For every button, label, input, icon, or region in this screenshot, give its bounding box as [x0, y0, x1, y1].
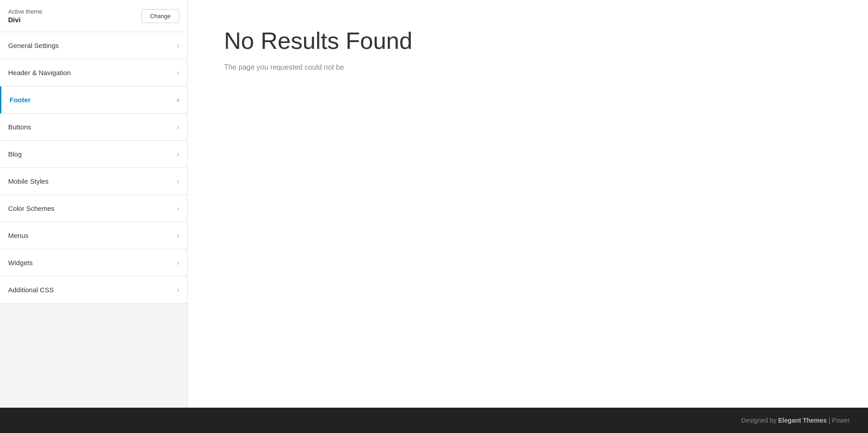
settings-nav: General Settings›Header & Navigation›Foo…	[0, 32, 187, 408]
footer-suffix: | Power	[827, 417, 850, 424]
footer-text: Designed by Elegant Themes | Power	[741, 417, 850, 424]
chevron-right-icon: ›	[177, 42, 179, 50]
site-footer: Designed by Elegant Themes | Power	[0, 408, 868, 433]
sidebar-item-label: Widgets	[8, 259, 33, 266]
sidebar-item-widgets[interactable]: Widgets›	[0, 249, 187, 276]
sidebar-item-additional-css[interactable]: Additional CSS›	[0, 276, 187, 304]
sidebar-item-label: Footer	[10, 96, 31, 104]
sidebar-item-footer[interactable]: Footer›	[0, 86, 187, 114]
sidebar-item-color-schemes[interactable]: Color Schemes›	[0, 195, 187, 222]
no-results-subtitle: The page you requested could not be	[224, 63, 832, 71]
sidebar-item-header-navigation[interactable]: Header & Navigation›	[0, 59, 187, 86]
chevron-right-icon: ›	[177, 96, 179, 104]
chevron-right-icon: ›	[177, 123, 179, 131]
sidebar-item-blog[interactable]: Blog›	[0, 141, 187, 168]
chevron-right-icon: ›	[177, 69, 179, 77]
sidebar-item-label: Buttons	[8, 123, 31, 131]
sidebar-item-label: Additional CSS	[8, 286, 54, 294]
active-theme-header: Active theme Divi Change	[0, 0, 187, 32]
change-theme-button[interactable]: Change	[141, 9, 179, 23]
sidebar-item-mobile-styles[interactable]: Mobile Styles›	[0, 168, 187, 195]
sidebar-item-label: General Settings	[8, 42, 59, 49]
chevron-right-icon: ›	[177, 286, 179, 294]
sidebar-item-general-settings[interactable]: General Settings›	[0, 32, 187, 59]
sidebar-item-label: Menus	[8, 232, 29, 239]
footer-brand: Elegant Themes	[778, 417, 827, 424]
footer-designed-by: Designed by	[741, 417, 778, 424]
main-content: No Results Found The page you requested …	[188, 0, 868, 408]
chevron-right-icon: ›	[177, 259, 179, 267]
sidebar-item-label: Header & Navigation	[8, 69, 71, 76]
sidebar: Active theme Divi Change General Setting…	[0, 0, 188, 408]
sidebar-item-label: Mobile Styles	[8, 177, 48, 185]
chevron-right-icon: ›	[177, 177, 179, 186]
active-theme-label: Active theme	[8, 8, 42, 15]
chevron-right-icon: ›	[177, 150, 179, 158]
chevron-right-icon: ›	[177, 205, 179, 213]
no-results-title: No Results Found	[224, 27, 832, 54]
active-theme-name: Divi	[8, 16, 42, 24]
sidebar-item-buttons[interactable]: Buttons›	[0, 114, 187, 141]
sidebar-item-label: Color Schemes	[8, 205, 55, 212]
active-theme-info: Active theme Divi	[8, 8, 42, 24]
sidebar-item-label: Blog	[8, 150, 22, 158]
sidebar-item-menus[interactable]: Menus›	[0, 222, 187, 249]
chevron-right-icon: ›	[177, 232, 179, 240]
